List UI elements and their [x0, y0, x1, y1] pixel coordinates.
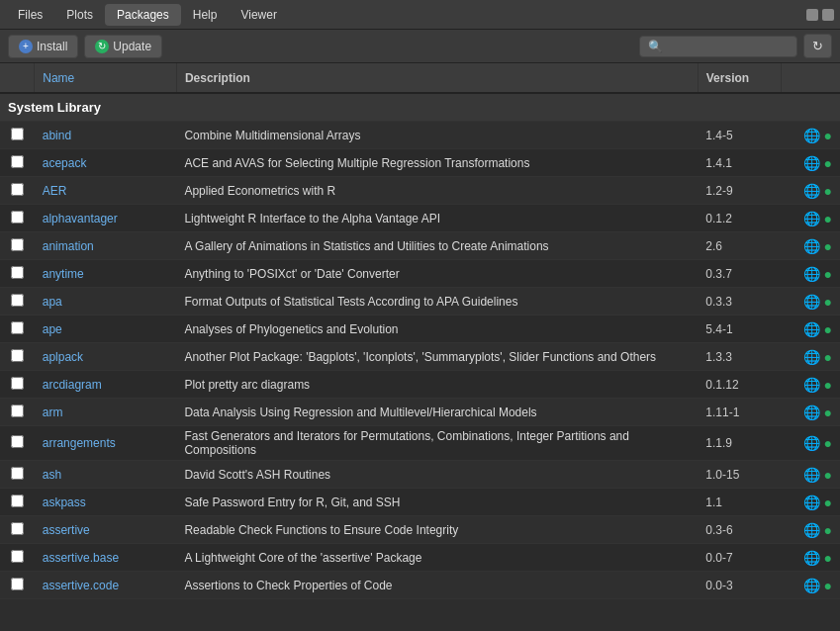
- package-description: Safe Password Entry for R, Git, and SSH: [176, 489, 698, 516]
- table-row: acepack ACE and AVAS for Selecting Multi…: [0, 149, 840, 177]
- row-checkbox-cell: [0, 426, 35, 461]
- package-description: Analyses of Phylogenetics and Evolution: [176, 316, 698, 343]
- website-icon[interactable]: 🌐: [803, 467, 820, 483]
- package-description: Another Plot Package: 'Bagplots', 'Iconp…: [176, 343, 698, 371]
- website-icon[interactable]: 🌐: [803, 405, 820, 420]
- menu-plots[interactable]: Plots: [54, 4, 105, 26]
- package-version: 1.0-15: [698, 461, 781, 489]
- website-icon[interactable]: 🌐: [803, 183, 820, 199]
- package-checkbox[interactable]: [11, 266, 24, 279]
- package-actions: 🌐 ●: [781, 288, 840, 316]
- package-checkbox[interactable]: [11, 405, 24, 417]
- package-actions: 🌐 ●: [781, 149, 840, 177]
- package-name: ash: [35, 461, 177, 489]
- row-checkbox-cell: [0, 288, 35, 316]
- website-icon[interactable]: 🌐: [803, 266, 820, 282]
- package-checkbox[interactable]: [11, 155, 24, 168]
- row-checkbox-cell: [0, 149, 35, 177]
- update-button[interactable]: ↻ Update: [84, 35, 162, 58]
- col-header-check: [0, 63, 35, 93]
- package-checkbox[interactable]: [11, 377, 24, 390]
- website-icon[interactable]: 🌐: [803, 435, 820, 451]
- installed-indicator: ●: [824, 238, 832, 254]
- website-icon[interactable]: 🌐: [803, 294, 820, 310]
- website-icon[interactable]: 🌐: [803, 349, 820, 365]
- package-version: 0.0-7: [698, 544, 781, 572]
- package-actions: 🌐 ●: [781, 232, 840, 260]
- installed-indicator: ●: [824, 405, 832, 420]
- installed-indicator: ●: [824, 349, 832, 365]
- row-checkbox-cell: [0, 399, 35, 426]
- menu-files[interactable]: Files: [6, 4, 54, 26]
- package-checkbox[interactable]: [11, 435, 24, 448]
- website-icon[interactable]: 🌐: [803, 578, 820, 593]
- menu-packages[interactable]: Packages: [105, 4, 181, 26]
- package-checkbox[interactable]: [11, 349, 24, 362]
- package-checkbox[interactable]: [11, 578, 24, 590]
- package-actions: 🌐 ●: [781, 177, 840, 205]
- section-header-system-library: System Library: [0, 93, 840, 122]
- package-checkbox[interactable]: [11, 495, 24, 507]
- package-checkbox[interactable]: [11, 550, 24, 563]
- installed-indicator: ●: [824, 155, 832, 171]
- table-header: Name Description Version: [0, 63, 840, 93]
- website-icon[interactable]: 🌐: [803, 155, 820, 171]
- table-row: apa Format Outputs of Statistical Tests …: [0, 288, 840, 316]
- website-icon[interactable]: 🌐: [803, 128, 820, 143]
- row-checkbox-cell: [0, 572, 35, 599]
- website-icon[interactable]: 🌐: [803, 495, 820, 510]
- minimize-button[interactable]: [806, 9, 818, 21]
- package-checkbox[interactable]: [11, 321, 24, 334]
- row-checkbox-cell: [0, 516, 35, 544]
- package-actions: 🌐 ●: [781, 205, 840, 232]
- website-icon[interactable]: 🌐: [803, 377, 820, 393]
- installed-indicator: ●: [824, 435, 832, 451]
- package-name: apa: [35, 288, 177, 316]
- col-header-name: Name: [35, 63, 177, 93]
- install-button[interactable]: + Install: [8, 35, 78, 58]
- package-name: assertive.code: [35, 572, 177, 599]
- table-row: askpass Safe Password Entry for R, Git, …: [0, 489, 840, 516]
- installed-indicator: ●: [824, 495, 832, 510]
- package-name: arrangements: [35, 426, 177, 461]
- menu-viewer[interactable]: Viewer: [229, 4, 288, 26]
- package-version: 0.1.12: [698, 371, 781, 399]
- package-checkbox[interactable]: [11, 467, 24, 480]
- website-icon[interactable]: 🌐: [803, 522, 820, 538]
- package-checkbox[interactable]: [11, 522, 24, 535]
- website-icon[interactable]: 🌐: [803, 321, 820, 337]
- website-icon[interactable]: 🌐: [803, 211, 820, 226]
- package-name: AER: [35, 177, 177, 205]
- package-actions: 🌐 ●: [781, 343, 840, 371]
- package-actions: 🌐 ●: [781, 516, 840, 544]
- search-input[interactable]: [667, 40, 786, 53]
- installed-indicator: ●: [824, 377, 832, 393]
- installed-indicator: ●: [824, 128, 832, 143]
- menu-help[interactable]: Help: [181, 4, 230, 26]
- package-name: animation: [35, 232, 177, 260]
- row-checkbox-cell: [0, 316, 35, 343]
- row-checkbox-cell: [0, 205, 35, 232]
- table-row: AER Applied Econometrics with R 1.2-9 🌐 …: [0, 177, 840, 205]
- package-checkbox[interactable]: [11, 128, 24, 140]
- package-description: Lightweight R Interface to the Alpha Van…: [176, 205, 698, 232]
- package-description: Plot pretty arc diagrams: [176, 371, 698, 399]
- package-checkbox[interactable]: [11, 211, 24, 224]
- package-name: arm: [35, 399, 177, 426]
- row-checkbox-cell: [0, 489, 35, 516]
- package-version: 1.3.3: [698, 343, 781, 371]
- package-checkbox[interactable]: [11, 183, 24, 196]
- package-actions: 🌐 ●: [781, 426, 840, 461]
- package-description: Combine Multidimensional Arrays: [176, 122, 698, 149]
- package-description: David Scott's ASH Routines: [176, 461, 698, 489]
- package-version: 0.0-3: [698, 572, 781, 599]
- refresh-button[interactable]: ↻: [803, 34, 832, 58]
- package-checkbox[interactable]: [11, 238, 24, 251]
- table-row: aplpack Another Plot Package: 'Bagplots'…: [0, 343, 840, 371]
- website-icon[interactable]: 🌐: [803, 550, 820, 566]
- website-icon[interactable]: 🌐: [803, 238, 820, 254]
- col-header-description: Description: [176, 63, 698, 93]
- maximize-button[interactable]: [822, 9, 834, 21]
- package-checkbox[interactable]: [11, 294, 24, 307]
- package-actions: 🌐 ●: [781, 122, 840, 149]
